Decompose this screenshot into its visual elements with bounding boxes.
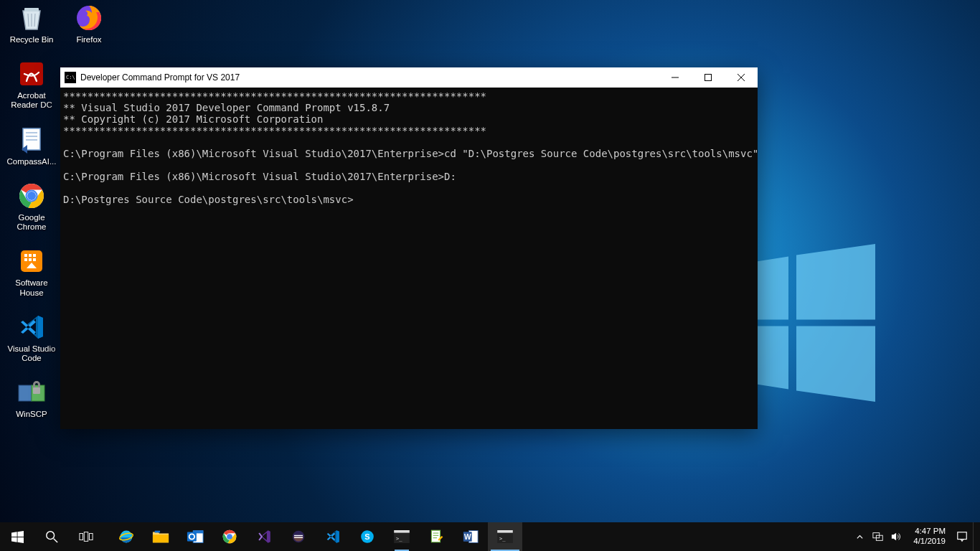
taskbar-cmd[interactable]: >_	[385, 522, 419, 551]
desktop-icon-acrobat[interactable]: Acrobat Reader DC	[4, 59, 59, 110]
taskbar-ie[interactable]	[109, 522, 143, 551]
maximize-button[interactable]	[692, 67, 725, 88]
taskview-button[interactable]	[69, 522, 103, 551]
svg-point-52	[227, 534, 232, 540]
desktop-icon-software-house[interactable]: Software House	[4, 246, 59, 297]
vscode-icon	[17, 312, 47, 342]
svg-marker-34	[11, 532, 17, 537]
svg-text:S: S	[364, 532, 369, 541]
terminal-output[interactable]: ****************************************…	[60, 88, 758, 429]
taskbar-cmd-active[interactable]: >_	[488, 522, 522, 551]
svg-rect-54	[294, 535, 303, 536]
svg-rect-40	[80, 533, 83, 540]
svg-rect-41	[84, 532, 88, 542]
svg-line-39	[54, 539, 57, 542]
taskbar-word[interactable]: W	[453, 522, 488, 551]
window-title: Developer Command Prompt for VS 2017	[80, 72, 240, 83]
tray-notifications-icon[interactable]	[954, 522, 970, 551]
desktop-icons-column-1: Recycle Bin Acrobat Reader DC CompassAI.…	[4, 3, 69, 419]
desktop-icon-winscp[interactable]: WinSCP	[4, 377, 59, 419]
system-tray: 4:47 PM 4/1/2019	[852, 522, 980, 551]
svg-rect-21	[29, 254, 32, 257]
desktop-icon-compass[interactable]: CompassAI...	[4, 125, 59, 166]
titlebar[interactable]: Developer Command Prompt for VS 2017	[60, 67, 758, 88]
svg-rect-22	[33, 254, 36, 257]
svg-rect-24	[29, 258, 32, 261]
svg-marker-3	[796, 326, 875, 402]
desktop-icon-recycle-bin[interactable]: Recycle Bin	[4, 3, 59, 44]
tray-chevron-up-icon[interactable]	[852, 522, 867, 551]
svg-rect-59	[394, 530, 410, 533]
svg-rect-55	[294, 537, 303, 538]
taskbar-vscode[interactable]	[316, 522, 350, 551]
svg-rect-42	[90, 533, 93, 540]
tray-speaker-icon[interactable]	[889, 522, 905, 551]
svg-point-38	[47, 532, 55, 540]
svg-rect-28	[33, 387, 40, 394]
taskbar-eclipse[interactable]	[281, 522, 316, 551]
taskbar: S >_ W >_ 4:47 PM 4/1/2019	[0, 522, 980, 551]
acrobat-icon	[17, 59, 47, 89]
firefox-icon	[74, 3, 104, 33]
desktop-icon-label: Firefox	[76, 35, 101, 44]
svg-marker-37	[17, 537, 24, 542]
svg-text:W: W	[464, 533, 471, 541]
cmd-icon	[65, 72, 76, 83]
software-house-icon	[17, 246, 47, 276]
tray-clock[interactable]: 4:47 PM 4/1/2019	[908, 527, 951, 547]
desktop-icon-label: Visual Studio Code	[4, 344, 59, 363]
taskbar-visualstudio[interactable]	[247, 522, 281, 551]
taskbar-explorer[interactable]	[143, 522, 178, 551]
svg-rect-20	[24, 254, 27, 257]
chrome-icon	[17, 181, 47, 211]
svg-marker-35	[17, 531, 24, 537]
command-prompt-window: Developer Command Prompt for VS 2017 ***…	[60, 67, 758, 429]
show-desktop-button[interactable]	[973, 522, 977, 551]
svg-marker-73	[892, 533, 896, 541]
svg-rect-69	[497, 530, 513, 533]
svg-text:>_: >_	[499, 535, 506, 542]
desktop-icon-chrome[interactable]: Google Chrome	[4, 181, 59, 232]
svg-rect-31	[705, 75, 712, 81]
desktop-icon-label: WinSCP	[16, 410, 47, 419]
svg-rect-5	[24, 8, 39, 11]
taskbar-notepadpp[interactable]	[419, 522, 453, 551]
tray-date: 4/1/2019	[913, 537, 946, 547]
taskbar-skype[interactable]: S	[350, 522, 385, 551]
start-button[interactable]	[0, 522, 34, 551]
svg-point-18	[27, 192, 36, 200]
close-button[interactable]	[725, 67, 758, 88]
desktop-icon-label: CompassAI...	[6, 157, 56, 166]
desktop-icons-column-2: Firefox	[62, 3, 119, 44]
minimize-button[interactable]	[659, 67, 692, 88]
svg-text:>_: >_	[396, 535, 402, 542]
winscp-icon	[17, 377, 47, 408]
svg-marker-1	[796, 244, 875, 320]
recycle-bin-icon	[17, 3, 47, 33]
search-button[interactable]	[34, 522, 69, 551]
svg-rect-45	[153, 534, 169, 542]
desktop[interactable]: Recycle Bin Acrobat Reader DC CompassAI.…	[0, 0, 980, 522]
tray-time: 4:47 PM	[913, 527, 946, 537]
compass-icon	[17, 125, 47, 155]
svg-rect-26	[19, 385, 32, 401]
desktop-icon-label: Acrobat Reader DC	[4, 91, 59, 110]
desktop-icon-label: Recycle Bin	[10, 35, 54, 44]
taskbar-outlook[interactable]	[178, 522, 212, 551]
taskbar-chrome[interactable]	[212, 522, 247, 551]
svg-rect-46	[155, 531, 160, 533]
desktop-icon-label: Software House	[4, 278, 59, 297]
tray-network-icon[interactable]	[870, 522, 886, 551]
svg-rect-23	[24, 258, 27, 261]
desktop-icon-firefox[interactable]: Firefox	[62, 3, 116, 44]
desktop-icon-label: Google Chrome	[4, 213, 59, 232]
desktop-icon-vscode[interactable]: Visual Studio Code	[4, 312, 59, 363]
svg-marker-36	[11, 537, 17, 542]
svg-rect-74	[958, 532, 966, 540]
svg-rect-25	[33, 258, 36, 261]
